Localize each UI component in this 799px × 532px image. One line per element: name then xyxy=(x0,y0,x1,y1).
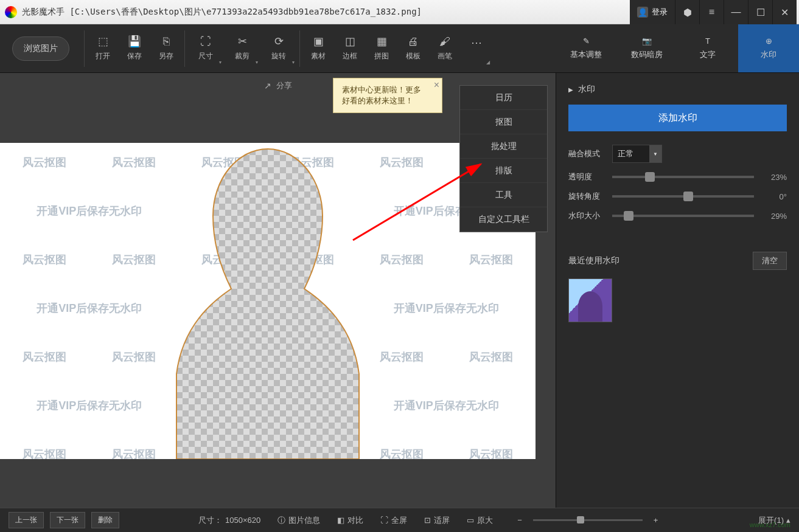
border-button[interactable]: ◫边框 xyxy=(334,24,366,72)
size-icon: ⛶ xyxy=(200,35,212,47)
share-icon: ↗ xyxy=(264,81,271,91)
browse-images-button[interactable]: 浏览图片 xyxy=(12,36,69,61)
opacity-value: 23% xyxy=(762,173,787,182)
dropdown-item-batch[interactable]: 批处理 xyxy=(460,134,547,159)
adjust-icon: ✎ xyxy=(583,36,590,46)
next-image-button[interactable]: 下一张 xyxy=(50,512,85,528)
zoom-in-button[interactable]: + xyxy=(654,516,658,525)
basic-adjust-tab[interactable]: ✎基本调整 xyxy=(556,24,616,72)
more-button[interactable]: ⋯◢ xyxy=(461,24,492,72)
material-icon: ▣ xyxy=(312,35,324,47)
cutout-silhouette xyxy=(146,143,389,459)
minimize-button[interactable]: — xyxy=(724,0,748,24)
footer-watermark: www.xz7.com xyxy=(750,521,790,528)
chevron-down-icon: ▼ xyxy=(649,145,661,162)
original-icon: ▭ xyxy=(467,516,474,525)
save-button[interactable]: 💾保存 xyxy=(119,24,150,72)
recent-watermark-thumbnail[interactable] xyxy=(568,278,612,322)
prev-image-button[interactable]: 上一张 xyxy=(9,512,44,528)
add-watermark-button[interactable]: 添加水印 xyxy=(568,105,787,131)
original-size-button[interactable]: ▭原大 xyxy=(467,515,493,526)
clear-button[interactable]: 清空 xyxy=(753,252,787,270)
avatar-icon: 👤 xyxy=(637,7,648,18)
watermark-tab[interactable]: ⊕水印 xyxy=(738,24,799,72)
divider xyxy=(84,30,85,67)
opacity-label: 透明度 xyxy=(568,171,604,182)
zoom-slider[interactable] xyxy=(533,519,643,521)
zoom-out-button[interactable]: − xyxy=(517,516,522,525)
divider xyxy=(299,30,300,67)
template-icon: 🖨 xyxy=(407,35,419,47)
border-icon: ◫ xyxy=(344,35,356,47)
dropdown-item-tools[interactable]: 工具 xyxy=(460,183,547,207)
more-dropdown: 日历 抠图 批处理 排版 工具 自定义工具栏 xyxy=(459,85,548,232)
basic-label: 基本调整 xyxy=(570,49,602,60)
crop-button[interactable]: ✂裁剪▾ xyxy=(224,24,260,72)
crop-icon: ✂ xyxy=(236,35,248,47)
size-slider[interactable] xyxy=(612,215,754,217)
tooltip-close-button[interactable]: × xyxy=(434,80,439,91)
recent-label: 最近使用水印 xyxy=(568,255,619,266)
dropdown-item-calendar[interactable]: 日历 xyxy=(460,86,547,110)
maximize-button[interactable]: ☐ xyxy=(748,0,772,24)
collage-label: 拼图 xyxy=(374,51,389,61)
open-icon: ⬚ xyxy=(97,35,109,47)
watermark-panel: ▶水印 添加水印 融合模式 正常▼ 透明度 23% 旋转角度 0° 水印大小 2… xyxy=(556,73,799,508)
info-icon: ⓘ xyxy=(277,515,285,526)
login-label: 登录 xyxy=(652,7,668,18)
material-label: 素材 xyxy=(311,51,326,61)
text-tab[interactable]: T文字 xyxy=(677,24,738,72)
blend-mode-select[interactable]: 正常▼ xyxy=(612,145,662,163)
main-toolbar: 浏览图片 ⬚打开 💾保存 ⎘另存 ⛶尺寸▾ ✂裁剪▾ ⟳旋转▾ ▣素材 ◫边框 … xyxy=(0,24,799,73)
brush-button[interactable]: 🖌画笔 xyxy=(429,24,461,72)
open-label: 打开 xyxy=(96,51,110,61)
chevron-down-icon: ▾ xyxy=(256,60,258,65)
rotate-button[interactable]: ⟳旋转▾ xyxy=(260,24,297,72)
dimensions-display: 尺寸：1050×620 xyxy=(198,515,260,526)
fullscreen-button[interactable]: ⛶全屏 xyxy=(380,515,407,526)
watermark-label: 水印 xyxy=(761,49,776,60)
fullscreen-icon: ⛶ xyxy=(380,516,388,525)
darkroom-icon: 📷 xyxy=(642,36,652,46)
rotate-slider[interactable] xyxy=(612,195,754,198)
compare-icon: ◧ xyxy=(337,516,344,525)
collage-button[interactable]: ▦拼图 xyxy=(366,24,397,72)
template-label: 模板 xyxy=(406,51,420,61)
darkroom-tab[interactable]: 📷数码暗房 xyxy=(616,24,677,72)
dropdown-item-layout[interactable]: 排版 xyxy=(460,159,547,183)
size-button[interactable]: ⛶尺寸▾ xyxy=(187,24,224,72)
brush-label: 画笔 xyxy=(438,51,452,61)
template-button[interactable]: 🖨模板 xyxy=(397,24,429,72)
dropdown-item-cutout[interactable]: 抠图 xyxy=(460,110,547,134)
rotate-icon: ⟳ xyxy=(273,35,285,47)
image-viewport[interactable]: 风云抠图风云抠图风云抠图风云抠图风云抠图风云抠图 开通VIP后保存无水印开通VI… xyxy=(0,143,536,459)
saveas-button[interactable]: ⎘另存 xyxy=(150,24,182,72)
chevron-down-icon: ▾ xyxy=(219,60,222,65)
image-info-button[interactable]: ⓘ图片信息 xyxy=(277,515,320,526)
app-logo-icon xyxy=(5,6,17,18)
open-button[interactable]: ⬚打开 xyxy=(87,24,119,72)
more-icon: ⋯ xyxy=(470,36,483,49)
window-title: 光影魔术手 [C:\Users\香香\Desktop\图片\e771393a22… xyxy=(22,7,422,18)
close-button[interactable]: ✕ xyxy=(772,0,797,24)
collage-icon: ▦ xyxy=(375,35,388,47)
rotate-label: 旋转角度 xyxy=(568,191,604,202)
share-button[interactable]: 分享 xyxy=(276,80,292,91)
panel-title: 水印 xyxy=(578,84,595,95)
login-button[interactable]: 👤 登录 xyxy=(630,0,675,24)
fit-button[interactable]: ⊡适屏 xyxy=(424,515,450,526)
text-label: 文字 xyxy=(700,49,716,60)
chevron-right-icon: ▶ xyxy=(568,86,573,93)
divider xyxy=(184,30,185,67)
save-icon: 💾 xyxy=(128,35,141,47)
opacity-slider[interactable] xyxy=(612,176,754,178)
settings-button[interactable]: ≡ xyxy=(699,0,724,24)
delete-button[interactable]: 删除 xyxy=(91,512,119,528)
dropdown-item-customize[interactable]: 自定义工具栏 xyxy=(460,207,547,232)
pin-button[interactable]: ⬢ xyxy=(675,0,699,24)
compare-button[interactable]: ◧对比 xyxy=(337,515,363,526)
chevron-down-icon: ◢ xyxy=(486,60,490,65)
save-label: 保存 xyxy=(127,51,142,61)
material-button[interactable]: ▣素材 xyxy=(302,24,334,72)
tooltip-text: 素材中心更新啦！更多 xyxy=(342,85,433,95)
